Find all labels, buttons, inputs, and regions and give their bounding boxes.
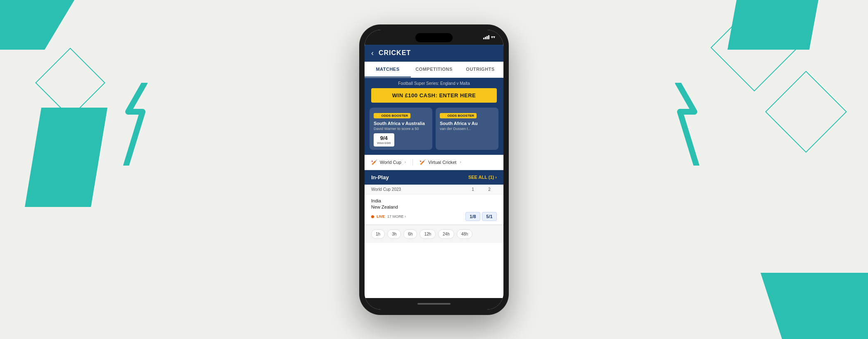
home-indicator (365, 298, 503, 310)
banner-cta-button[interactable]: WIN £100 CASH: ENTER HERE (371, 88, 497, 103)
odds-buttons: 1/8 5/1 (465, 212, 497, 221)
teal-shape-2 (25, 108, 107, 207)
page-title: CRICKET (379, 49, 411, 57)
time-btn-1h[interactable]: 1h (371, 229, 385, 239)
match-odds-row: LIVE 17 MORE › 1/8 5/1 (371, 212, 497, 221)
odds-value-1[interactable]: 9/4 Was 13/8 (374, 133, 394, 147)
odds-main-value-1: 9/4 (377, 135, 391, 141)
teal-shape-1 (0, 0, 74, 50)
cricket-icon-2: 🏏 (420, 159, 426, 165)
back-button[interactable]: ‹ (371, 49, 374, 58)
time-btn-12h[interactable]: 12h (420, 229, 436, 239)
teal-shape-4 (727, 0, 818, 50)
odds-card-2[interactable]: ODDS BOOSTER South Africa v Au van der D… (436, 108, 498, 150)
odds-booster-section: ODDS BOOSTER South Africa v Australia Da… (365, 108, 503, 155)
match-league-row: World Cup 2023 1 2 (365, 185, 503, 195)
table-row: India New Zealand LIVE 17 MORE › 1/8 (365, 195, 503, 225)
quicklink-world-cup[interactable]: 🏏 World Cup › (371, 159, 406, 165)
more-link[interactable]: 17 MORE › (387, 214, 406, 219)
odds-was-value-1: Was 13/8 (377, 141, 391, 145)
wifi-icon: ▾▾ (491, 35, 495, 39)
time-btn-24h[interactable]: 24h (438, 229, 454, 239)
quicklink-label-1: World Cup (380, 160, 401, 165)
quicklink-divider (413, 159, 413, 166)
time-filter-bar: 1h 3h 6h 12h 24h 48h (365, 225, 503, 243)
odds-desc-2: van der Dussen t... (440, 127, 494, 131)
quicklinks-bar: 🏏 World Cup › 🏏 Virtual Cricket › (365, 155, 503, 170)
match-teams: India New Zealand (371, 198, 497, 211)
quicklink-arrow-2: › (460, 160, 461, 164)
status-bar: ▾▾ (365, 30, 503, 45)
col-label-2: 2 (482, 187, 497, 192)
tab-bar: MATCHES COMPETITIONS OUTRIGHTS (365, 62, 503, 78)
teal-shape-3 (761, 273, 868, 339)
status-icons: ▾▾ (483, 35, 495, 39)
notch-pill (415, 33, 453, 42)
odds-cards-container: ODDS BOOSTER South Africa v Australia Da… (365, 108, 503, 150)
banner-subtitle: Football Super Series: England v Malta (371, 81, 497, 86)
tab-matches[interactable]: MATCHES (365, 62, 411, 77)
match-status: LIVE 17 MORE › (371, 214, 406, 219)
odds-match-1: South Africa v Australia (374, 121, 428, 126)
time-btn-48h[interactable]: 48h (457, 229, 473, 239)
signal-icon (483, 35, 489, 39)
promo-banner: Football Super Series: England v Malta W… (365, 78, 503, 108)
see-all-link[interactable]: SEE ALL (1) › (468, 175, 497, 180)
odds-card-1[interactable]: ODDS BOOSTER South Africa v Australia Da… (370, 108, 432, 150)
match-section: World Cup 2023 1 2 India New Zealand (365, 185, 503, 225)
odds-booster-badge-1: ODDS BOOSTER (374, 113, 410, 118)
outline-diamond-3 (765, 71, 847, 153)
quicklink-virtual-cricket[interactable]: 🏏 Virtual Cricket › (420, 159, 461, 165)
odds-btn-2[interactable]: 5/1 (482, 212, 497, 221)
app-header: ‹ CRICKET (365, 45, 503, 62)
odds-match-2: South Africa v Au (440, 121, 494, 126)
team-2: New Zealand (371, 204, 497, 210)
odds-booster-badge-2: ODDS BOOSTER (440, 113, 477, 118)
quicklink-arrow-1: › (405, 160, 406, 164)
phone-mockup: ▾▾ ‹ CRICKET MATCHES COMPETITIONS OUTRIG… (360, 25, 508, 315)
outline-diamond-1 (35, 48, 105, 118)
app-content: ‹ CRICKET MATCHES COMPETITIONS OUTRIGHTS… (365, 45, 503, 298)
team-1: India (371, 198, 497, 204)
home-bar (417, 303, 451, 305)
outline-diamond-2 (711, 4, 798, 91)
lightning-shape-left (120, 83, 153, 167)
league-name: World Cup 2023 (371, 187, 401, 192)
tab-competitions[interactable]: COMPETITIONS (411, 62, 457, 77)
odds-desc-1: David Warner to score a 50 (374, 127, 428, 131)
tab-outrights[interactable]: OUTRIGHTS (457, 62, 503, 77)
odds-btn-1[interactable]: 1/8 (465, 212, 480, 221)
match-column-headers: 1 2 (465, 187, 497, 192)
time-btn-6h[interactable]: 6h (403, 229, 417, 239)
quicklink-label-2: Virtual Cricket (428, 160, 456, 165)
inplay-title: In-Play (371, 174, 389, 180)
lightning-shape-right (670, 83, 703, 167)
time-btn-3h[interactable]: 3h (387, 229, 401, 239)
phone-body: ▾▾ ‹ CRICKET MATCHES COMPETITIONS OUTRIG… (360, 25, 508, 315)
inplay-header: In-Play SEE ALL (1) › (365, 170, 503, 185)
col-label-1: 1 (465, 187, 480, 192)
phone-screen: ▾▾ ‹ CRICKET MATCHES COMPETITIONS OUTRIG… (365, 30, 503, 310)
live-indicator-dot (371, 215, 374, 218)
live-text: LIVE (377, 214, 385, 219)
cricket-icon-1: 🏏 (371, 159, 377, 165)
